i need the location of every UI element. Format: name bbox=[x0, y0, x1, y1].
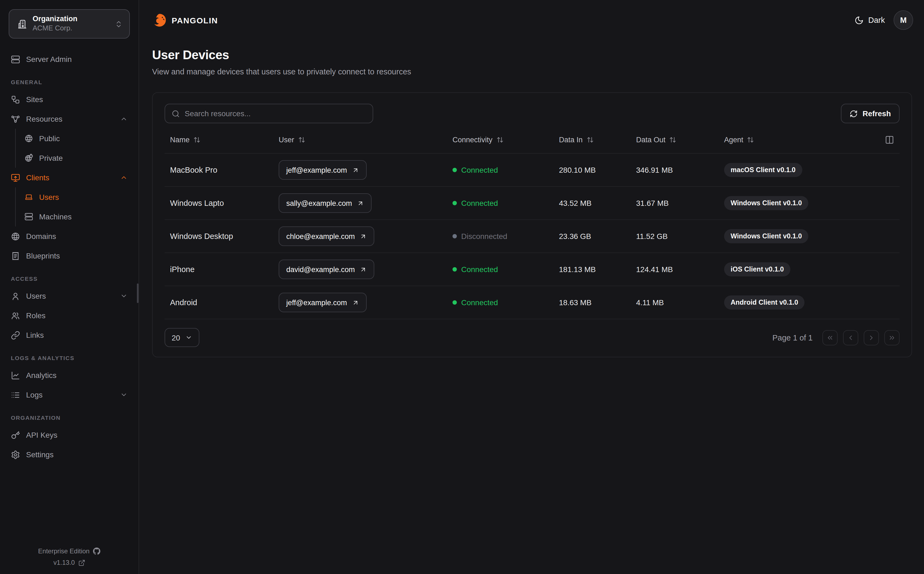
sidebar-item-label: Sites bbox=[26, 95, 43, 104]
external-link-icon bbox=[78, 559, 85, 566]
data-out: 124.41 MB bbox=[636, 265, 724, 274]
section-general: GENERAL bbox=[11, 79, 130, 85]
sidebar-scrollbar-thumb[interactable] bbox=[137, 284, 139, 303]
org-selector[interactable]: Organization ACME Corp. bbox=[9, 9, 130, 39]
device-name: Windows Lapto bbox=[170, 199, 279, 207]
chevron-down-icon bbox=[185, 334, 192, 341]
page-header: User Devices View and manage devices tha… bbox=[139, 40, 924, 76]
user-link-button[interactable]: david@example.com bbox=[279, 260, 375, 279]
table-header: Name User Connectivity Data In Data Out bbox=[165, 126, 900, 154]
sidebar-item-api-keys[interactable]: API Keys bbox=[9, 425, 130, 445]
sidebar-item-users[interactable]: Users bbox=[9, 286, 130, 306]
first-page-button[interactable] bbox=[822, 330, 837, 345]
data-out: 4.11 MB bbox=[636, 298, 724, 307]
sidebar-item-public[interactable]: Public bbox=[22, 129, 130, 148]
column-header-data-in[interactable]: Data In bbox=[559, 136, 636, 144]
sidebar-item-resources[interactable]: Resources bbox=[9, 109, 130, 129]
page-size-select[interactable]: 20 bbox=[165, 328, 199, 347]
sidebar-item-sites[interactable]: Sites bbox=[9, 90, 130, 109]
column-header-data-out[interactable]: Data Out bbox=[636, 136, 724, 144]
prev-page-button[interactable] bbox=[843, 330, 858, 345]
user-link-button[interactable]: sally@example.com bbox=[279, 193, 372, 213]
search-input[interactable] bbox=[185, 109, 366, 118]
next-page-button[interactable] bbox=[864, 330, 879, 345]
receipt-icon bbox=[11, 251, 20, 260]
sidebar-item-label: Links bbox=[26, 331, 44, 339]
table-row: Android jeff@example.com Connected 18.63… bbox=[165, 286, 900, 319]
columns-toggle-button[interactable] bbox=[885, 135, 894, 145]
status-label: Disconnected bbox=[461, 232, 507, 241]
brand[interactable]: PANGOLIN bbox=[152, 13, 218, 27]
devices-card: Refresh Name User Connectivity Da bbox=[152, 92, 912, 357]
gear-icon bbox=[11, 450, 20, 459]
column-header-connectivity[interactable]: Connectivity bbox=[453, 136, 559, 144]
status-dot bbox=[453, 300, 457, 304]
sidebar-item-logs[interactable]: Logs bbox=[9, 385, 130, 405]
agent-badge: macOS Client v0.1.0 bbox=[724, 163, 802, 177]
sidebar-item-label: Roles bbox=[26, 311, 46, 320]
data-in: 280.10 MB bbox=[559, 166, 636, 174]
chevron-down-icon[interactable] bbox=[120, 292, 128, 300]
user-email: sally@example.com bbox=[286, 199, 352, 207]
refresh-label: Refresh bbox=[863, 109, 891, 118]
sidebar-item-machines[interactable]: Machines bbox=[22, 207, 130, 227]
sidebar-item-roles[interactable]: Roles bbox=[9, 306, 130, 325]
sidebar: Organization ACME Corp. Server Admin GEN… bbox=[0, 0, 139, 574]
sort-icon bbox=[587, 136, 593, 144]
sidebar-item-private[interactable]: Private bbox=[22, 148, 130, 168]
monitor-up-icon bbox=[11, 173, 20, 182]
user-email: jeff@example.com bbox=[286, 166, 347, 174]
user-link-button[interactable]: jeff@example.com bbox=[279, 160, 367, 180]
sidebar-item-label: API Keys bbox=[26, 430, 57, 439]
chevron-up-icon[interactable] bbox=[120, 115, 128, 123]
connectivity-status: Connected bbox=[453, 298, 559, 307]
arrow-up-right-icon bbox=[360, 266, 367, 273]
card-toolbar: Refresh bbox=[165, 104, 900, 123]
sidebar-item-settings[interactable]: Settings bbox=[9, 445, 130, 464]
data-in: 18.63 MB bbox=[559, 298, 636, 307]
chevron-up-icon[interactable] bbox=[120, 174, 128, 181]
column-label: Name bbox=[170, 136, 189, 144]
connectivity-status: Connected bbox=[453, 166, 559, 174]
section-organization: ORGANIZATION bbox=[11, 414, 130, 421]
status-dot bbox=[453, 201, 457, 205]
sidebar-item-clients[interactable]: Clients bbox=[9, 168, 130, 188]
sidebar-item-label: Users bbox=[26, 292, 114, 300]
arrow-up-right-icon bbox=[352, 299, 359, 306]
column-header-user[interactable]: User bbox=[279, 136, 453, 144]
theme-toggle-button[interactable]: Dark bbox=[855, 16, 885, 25]
sidebar-item-analytics[interactable]: Analytics bbox=[9, 366, 130, 385]
version-link[interactable]: v1.13.0 bbox=[54, 559, 75, 566]
key-icon bbox=[11, 430, 20, 440]
sidebar-item-blueprints[interactable]: Blueprints bbox=[9, 246, 130, 265]
table-row: MacBook Pro jeff@example.com Connected 2… bbox=[165, 154, 900, 187]
refresh-button[interactable]: Refresh bbox=[841, 104, 900, 123]
column-header-agent[interactable]: Agent bbox=[724, 136, 876, 144]
chevron-down-icon[interactable] bbox=[120, 391, 128, 399]
table-row: Windows Desktop chloe@example.com Discon… bbox=[165, 220, 900, 253]
device-name: Android bbox=[170, 298, 279, 307]
sidebar-item-domains[interactable]: Domains bbox=[9, 227, 130, 246]
page-subtitle: View and manage devices that users use t… bbox=[152, 67, 911, 76]
github-icon[interactable] bbox=[93, 547, 101, 555]
agent-badge: Windows Client v0.1.0 bbox=[724, 229, 808, 243]
resources-subnav: Public Private bbox=[15, 129, 130, 168]
sidebar-item-server-admin[interactable]: Server Admin bbox=[9, 49, 130, 69]
data-in: 43.52 MB bbox=[559, 199, 636, 207]
user-link-button[interactable]: jeff@example.com bbox=[279, 293, 367, 312]
agent-badge: Windows Client v0.1.0 bbox=[724, 196, 808, 210]
sidebar-item-label: Users bbox=[39, 193, 59, 202]
globe-icon bbox=[11, 232, 20, 241]
last-page-button[interactable] bbox=[885, 330, 900, 345]
brand-name: PANGOLIN bbox=[172, 16, 218, 25]
column-header-name[interactable]: Name bbox=[170, 136, 279, 144]
sidebar-item-clients-users[interactable]: Users bbox=[22, 188, 130, 207]
main-content: PANGOLIN Dark M User Devices View and ma… bbox=[139, 0, 924, 574]
clients-subnav: Users Machines bbox=[15, 188, 130, 227]
chart-line-icon bbox=[11, 371, 20, 380]
sidebar-item-links[interactable]: Links bbox=[9, 325, 130, 345]
link-icon bbox=[11, 330, 20, 340]
avatar[interactable]: M bbox=[894, 10, 913, 30]
sort-icon bbox=[669, 136, 676, 144]
user-link-button[interactable]: chloe@example.com bbox=[279, 227, 375, 246]
